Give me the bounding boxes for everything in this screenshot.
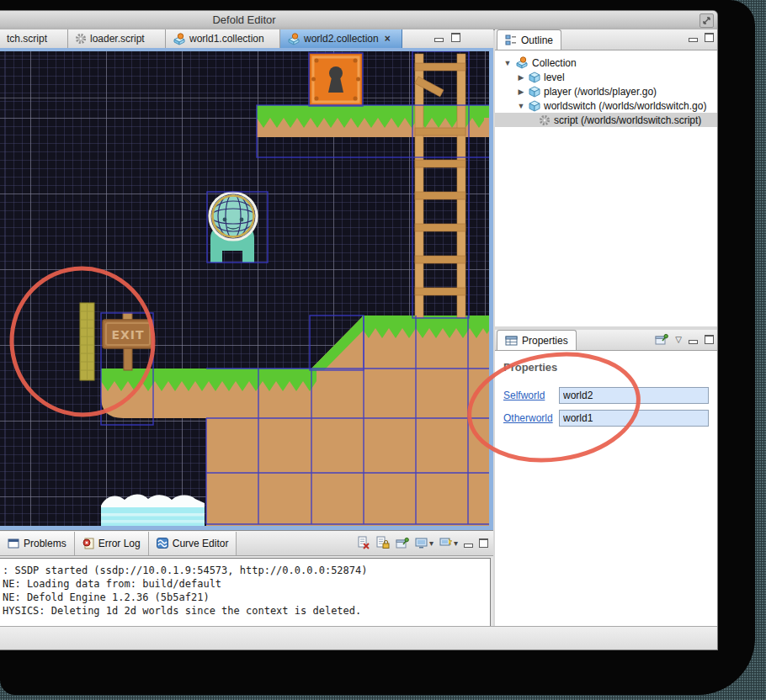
minimize-icon[interactable] — [689, 38, 698, 42]
tab-label: Properties — [522, 335, 568, 347]
tab-label: Curve Editor — [173, 538, 229, 549]
tree-item-label: player (/worlds/player.go) — [544, 86, 657, 98]
properties-content: Properties Selfworld Otherworld — [495, 351, 717, 626]
minimize-icon[interactable] — [464, 544, 473, 548]
tree-item-worldswitch[interactable]: ▼ worldswitch (/worlds/worldswitch.go) — [495, 98, 717, 113]
tab-label: tch.script — [7, 33, 47, 45]
clear-console-icon[interactable] — [357, 536, 370, 549]
minimize-icon[interactable] — [434, 38, 444, 42]
tree-item-label: level — [544, 72, 565, 83]
pin-view-icon[interactable] — [655, 333, 668, 346]
tab-worldswitch-script[interactable]: tch.script — [0, 29, 68, 48]
tab-label: world2.collection — [304, 33, 379, 45]
tab-label: Error Log — [98, 538, 141, 549]
water[interactable] — [101, 494, 205, 526]
diagonal-arrows-icon — [703, 17, 710, 24]
problems-view-icon — [8, 538, 19, 549]
properties-panel: Properties ▽ Properties Selfworld — [495, 330, 717, 626]
otherworld-input[interactable] — [559, 410, 709, 427]
tree-item-label: script (/worlds/worldswitch.script) — [554, 114, 701, 126]
collection-icon — [515, 56, 529, 69]
gear-icon — [75, 33, 87, 45]
maximize-icon[interactable] — [705, 335, 714, 344]
selfworld-link[interactable]: Selfworld — [503, 390, 559, 401]
tab-world1-collection[interactable]: world1.collection — [166, 29, 280, 48]
scene-canvas[interactable]: EXIT — [0, 51, 489, 526]
tab-problems[interactable]: Problems — [0, 532, 75, 555]
tab-error-log[interactable]: Error Log — [75, 532, 149, 555]
properties-table-icon — [505, 336, 518, 346]
console-line: HYSICS: Deleting 1d 2d worlds since the … — [3, 604, 487, 618]
title-bar[interactable]: Defold Editor — [0, 11, 717, 30]
outline-panel: Outline ▼ Collection — [495, 29, 717, 326]
view-menu-icon[interactable]: ▽ — [675, 335, 682, 344]
tab-label: loader.script — [90, 33, 145, 45]
tree-item-player[interactable]: ▶ player (/worlds/player.go) — [495, 84, 717, 98]
expander-open-icon[interactable]: ▼ — [517, 102, 525, 110]
outline-view-icon — [505, 34, 517, 45]
open-console-button[interactable]: ▾ — [439, 537, 458, 549]
tree-item-collection[interactable]: ▼ Collection — [495, 56, 717, 70]
editor-minmax-buttons — [434, 33, 460, 42]
console-output[interactable]: : SSDP started (ssdp://10.0.1.9:54573, h… — [0, 558, 491, 632]
tab-properties[interactable]: Properties — [497, 330, 577, 350]
tree-item-label: worldswitch (/worlds/worldswitch.go) — [544, 100, 706, 112]
defold-editor-window: Defold Editor tch.script loader.script — [0, 11, 717, 650]
pin-console-icon[interactable] — [396, 537, 409, 549]
exit-sign-object[interactable]: EXIT — [103, 313, 153, 370]
window-resize-icon[interactable] — [700, 13, 714, 28]
scroll-lock-icon[interactable] — [376, 536, 390, 549]
player-object[interactable] — [210, 193, 257, 262]
ladder-object[interactable] — [415, 54, 465, 318]
outline-tree: ▼ Collection ▶ le — [495, 50, 717, 326]
dropdown-arrow-icon: ▾ — [429, 538, 434, 548]
console-panel: Problems Error Log Curve Editor — [0, 530, 493, 626]
status-bar — [0, 626, 717, 650]
collection-icon — [287, 33, 301, 45]
tab-loader-script[interactable]: loader.script — [68, 29, 166, 48]
editor-tab-bar: tch.script loader.script world1.collecti… — [0, 29, 493, 48]
maximize-icon[interactable] — [451, 33, 460, 42]
game-object-icon — [529, 100, 540, 112]
otherworld-link[interactable]: Otherworld — [503, 412, 559, 424]
curve-editor-icon — [157, 538, 168, 549]
properties-heading: Properties — [503, 361, 717, 374]
pole-object[interactable] — [80, 303, 94, 380]
expander-open-icon[interactable]: ▼ — [503, 59, 512, 67]
console-tab-bar: Problems Error Log Curve Editor — [0, 530, 493, 556]
maximize-icon[interactable] — [705, 33, 714, 42]
expander-closed-icon[interactable]: ▶ — [517, 73, 525, 82]
property-row-otherworld: Otherworld — [503, 410, 717, 427]
game-object-icon — [529, 86, 540, 98]
exit-sign-text: EXIT — [111, 328, 144, 342]
display-console-icon — [415, 538, 428, 549]
selfworld-input[interactable] — [559, 387, 709, 404]
tab-curve-editor[interactable]: Curve Editor — [149, 532, 237, 555]
tab-label: Outline — [521, 34, 553, 46]
tree-item-level[interactable]: ▶ level — [495, 70, 717, 84]
console-line: NE: Loading data from: build/default — [3, 577, 487, 591]
open-console-icon — [439, 537, 452, 549]
expander-closed-icon[interactable]: ▶ — [517, 88, 525, 96]
tab-close-icon[interactable]: × — [385, 33, 391, 45]
property-row-selfworld: Selfworld — [503, 387, 717, 404]
outline-tab-bar: Outline — [495, 29, 717, 50]
dropdown-arrow-icon: ▾ — [454, 538, 458, 548]
tab-outline[interactable]: Outline — [497, 29, 561, 50]
maximize-icon[interactable] — [479, 538, 488, 548]
tree-item-label: Collection — [532, 57, 577, 69]
tree-item-script-selected[interactable]: script (/worlds/worldswitch.script) — [495, 113, 717, 127]
crate-object[interactable] — [310, 54, 362, 105]
error-log-icon — [82, 538, 94, 549]
properties-tab-bar: Properties ▽ — [495, 330, 717, 351]
game-object-icon — [529, 72, 540, 83]
window-title: Defold Editor — [0, 13, 488, 26]
tab-label: Problems — [24, 538, 66, 549]
tab-world2-collection-active[interactable]: world2.collection × — [280, 29, 402, 48]
terrain-main[interactable] — [101, 316, 489, 526]
display-console-button[interactable]: ▾ — [415, 538, 434, 549]
collection-icon — [173, 33, 186, 45]
gear-icon — [539, 114, 551, 126]
console-line: NE: Defold Engine 1.2.36 (5b5af21) — [3, 591, 487, 604]
minimize-icon[interactable] — [689, 340, 698, 344]
